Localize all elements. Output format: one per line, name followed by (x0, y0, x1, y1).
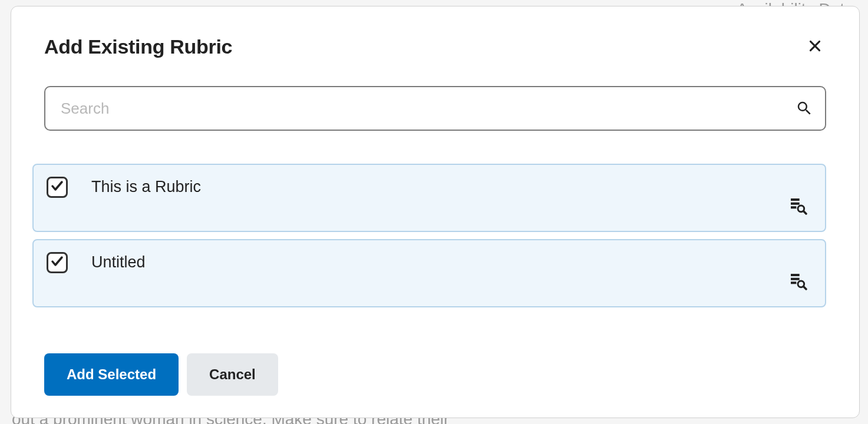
close-icon (807, 38, 823, 55)
search-field-wrapper (44, 86, 826, 131)
modal-footer-buttons: Add Selected Cancel (44, 353, 826, 396)
search-input[interactable] (44, 86, 826, 131)
modal-header: Add Existing Rubric (44, 35, 826, 59)
svg-line-5 (803, 286, 806, 289)
add-existing-rubric-modal: Add Existing Rubric (11, 6, 860, 418)
add-selected-button[interactable]: Add Selected (44, 353, 179, 396)
rubric-row[interactable]: This is a Rubric (32, 164, 826, 232)
rubric-checkbox[interactable] (47, 177, 68, 198)
rubric-row[interactable]: Untitled (32, 239, 826, 307)
rubric-checkbox[interactable] (47, 252, 68, 273)
svg-line-3 (803, 211, 806, 214)
rubric-list: This is a Rubric Untitl (32, 164, 826, 307)
rubric-label: This is a Rubric (91, 175, 201, 196)
cancel-button[interactable]: Cancel (187, 353, 278, 396)
preview-rubric-button[interactable] (786, 269, 810, 294)
rubric-label: Untitled (91, 251, 146, 271)
checkmark-icon (50, 254, 64, 271)
preview-rubric-button[interactable] (786, 194, 810, 219)
preview-rubric-icon (788, 271, 807, 292)
checkmark-icon (50, 179, 64, 196)
modal-title: Add Existing Rubric (44, 35, 232, 58)
close-button[interactable] (804, 35, 826, 59)
preview-rubric-icon (788, 196, 807, 217)
